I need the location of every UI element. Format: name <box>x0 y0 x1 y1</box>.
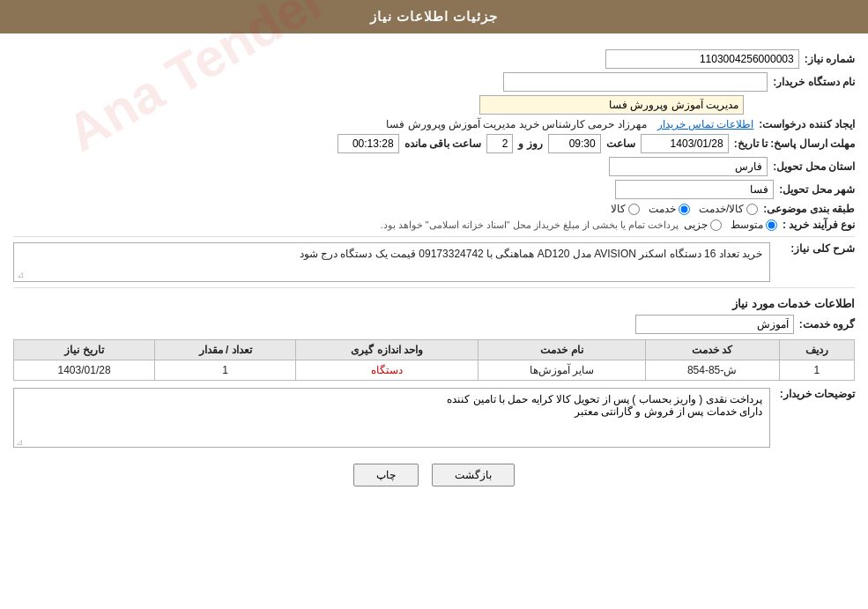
separator1 <box>13 236 855 237</box>
noe-radio-group: متوسط جزیی <box>684 219 777 231</box>
noe-desc: پرداخت تمام یا بخشی از مبلغ خریداز محل "… <box>380 219 679 231</box>
mohlet-saat-mande-input[interactable] <box>338 134 399 153</box>
shomare-niaz-label: شماره نیاز: <box>805 53 855 65</box>
tozihat-textarea[interactable] <box>13 388 770 448</box>
tabaqe-kala-label: کالا <box>611 203 626 215</box>
ijad-konande-label: ایجاد کننده درخواست: <box>759 118 855 130</box>
chap-button[interactable]: چاپ <box>353 464 419 486</box>
row-ostan: استان محل تحویل: <box>13 157 855 176</box>
noe-motavasset[interactable]: متوسط <box>731 219 777 231</box>
noe-motavasset-label: متوسط <box>731 219 763 231</box>
tozihat-label: توضیحات خریدار: <box>775 388 855 400</box>
page-wrapper: Ana Tender جزئیات اطلاعات نیاز شماره نیا… <box>0 0 868 609</box>
cell-tedad: 1 <box>155 360 296 381</box>
table-row: 1 ش-85-854 سایر آموزش‌ها دستگاه 1 1403/0… <box>14 360 855 381</box>
mohlet-date-input[interactable] <box>641 134 729 153</box>
shahr-input[interactable] <box>615 180 774 199</box>
group-khedmat-input[interactable] <box>635 315 794 334</box>
noe-jozi[interactable]: جزیی <box>684 219 722 231</box>
cell-vahed: دستگاه <box>296 360 479 381</box>
row-noe-farayand: نوع فرآیند خرید : متوسط جزیی پرداخت تمام… <box>13 219 855 231</box>
tabaqe-kala-khedmat-label: کالا/خدمت <box>699 203 744 215</box>
services-table: ردیف کد خدمت نام خدمت واحد اندازه گیری ت… <box>13 339 855 381</box>
row-nam-dastgah-val <box>13 95 855 115</box>
page-title: جزئیات اطلاعات نیاز <box>370 9 498 24</box>
row-nam-dastgah: نام دستگاه خریدار: <box>13 72 855 92</box>
bazgasht-button[interactable]: بازگشت <box>432 464 515 486</box>
col-radif: ردیف <box>779 340 854 360</box>
tabaqe-khedmat-label: خدمت <box>649 203 676 215</box>
cell-kod: ش-85-854 <box>645 360 779 381</box>
mohlet-saat-label: ساعت <box>606 137 635 150</box>
ettelaat-tamas-link[interactable]: اطلاعات تماس خریدار <box>657 118 754 130</box>
separator2 <box>13 287 855 288</box>
noe-farayand-label: نوع فرآیند خرید : <box>783 219 855 231</box>
ostan-label: استان محل تحویل: <box>773 160 855 173</box>
mohlet-label: مهلت ارسال پاسخ: تا تاریخ: <box>734 137 855 150</box>
tozihat-wrapper: ⊿ <box>13 388 770 450</box>
ijad-konande-value: مهرزاد حرمی کارشناس خرید مدیریت آموزش وپ… <box>386 118 646 130</box>
tabaqe-kala[interactable]: کالا <box>611 203 640 215</box>
col-nam-khedmat: نام خدمت <box>479 340 645 360</box>
resize-icon: ⊿ <box>17 270 24 279</box>
noe-jozi-label: جزیی <box>684 219 708 231</box>
row-ijad: ایجاد کننده درخواست: اطلاعات تماس خریدار… <box>13 118 855 130</box>
sharh-value: خرید تعداد 16 دستگاه اسکنر AVISION مدل A… <box>300 248 762 260</box>
table-header-row: ردیف کد خدمت نام خدمت واحد اندازه گیری ت… <box>14 340 855 360</box>
nam-dastgah-input[interactable] <box>503 72 768 92</box>
shahr-label: شهر محل تحویل: <box>779 183 855 196</box>
col-tedad: تعداد / مقدار <box>155 340 296 360</box>
col-vahed: واحد اندازه گیری <box>296 340 479 360</box>
cell-nam: سایر آموزش‌ها <box>479 360 645 381</box>
nam-dastgah-label: نام دستگاه خریدار: <box>773 76 855 88</box>
cell-radif: 1 <box>779 360 854 381</box>
resize-icon2: ⊿ <box>16 437 23 447</box>
row-sharh: شرح کلی نیاز: خرید تعداد 16 دستگاه اسکنر… <box>13 242 855 282</box>
tabaqe-kala-khedmat[interactable]: کالا/خدمت <box>699 203 758 215</box>
ettelaat-khadamat-title: اطلاعات خدمات مورد نیاز <box>13 297 855 310</box>
group-khedmat-label: گروه خدمت: <box>799 318 855 330</box>
main-content: شماره نیاز: نام دستگاه خریدار: ایجاد کنن… <box>0 33 868 495</box>
cell-tarikh: 1403/01/28 <box>14 360 155 381</box>
tabaqe-radio-group: کالا/خدمت خدمت کالا <box>611 203 758 215</box>
tabaqe-label: طبقه بندی موضوعی: <box>763 203 855 215</box>
page-header: جزئیات اطلاعات نیاز <box>0 0 868 33</box>
col-kod-khedmat: کد خدمت <box>645 340 779 360</box>
sharh-box: خرید تعداد 16 دستگاه اسکنر AVISION مدل A… <box>13 242 770 282</box>
nam-dastgah-value-input[interactable] <box>479 95 744 115</box>
shomare-niaz-input[interactable] <box>605 49 799 69</box>
row-shomare: شماره نیاز: <box>13 49 855 69</box>
button-row: بازگشت چاپ <box>13 464 855 486</box>
row-group-khedmat: گروه خدمت: <box>13 315 855 334</box>
ostan-input[interactable] <box>609 157 768 176</box>
row-tozihat: توضیحات خریدار: ⊿ <box>13 388 855 450</box>
col-tarikh: تاریخ نیاز <box>14 340 155 360</box>
sharh-label: شرح کلی نیاز: <box>775 242 855 255</box>
row-mohlet: مهلت ارسال پاسخ: تا تاریخ: ساعت روز و سا… <box>13 134 855 153</box>
mohlet-saat-input[interactable] <box>548 134 601 153</box>
row-tabaqe: طبقه بندی موضوعی: کالا/خدمت خدمت کالا <box>13 203 855 215</box>
mohlet-roz-input[interactable] <box>486 134 513 153</box>
row-shahr: شهر محل تحویل: <box>13 180 855 199</box>
mohlet-roz-label: روز و <box>518 137 542 150</box>
tabaqe-khedmat[interactable]: خدمت <box>649 203 690 215</box>
mohlet-saat-mande-label: ساعت باقی مانده <box>404 137 482 150</box>
